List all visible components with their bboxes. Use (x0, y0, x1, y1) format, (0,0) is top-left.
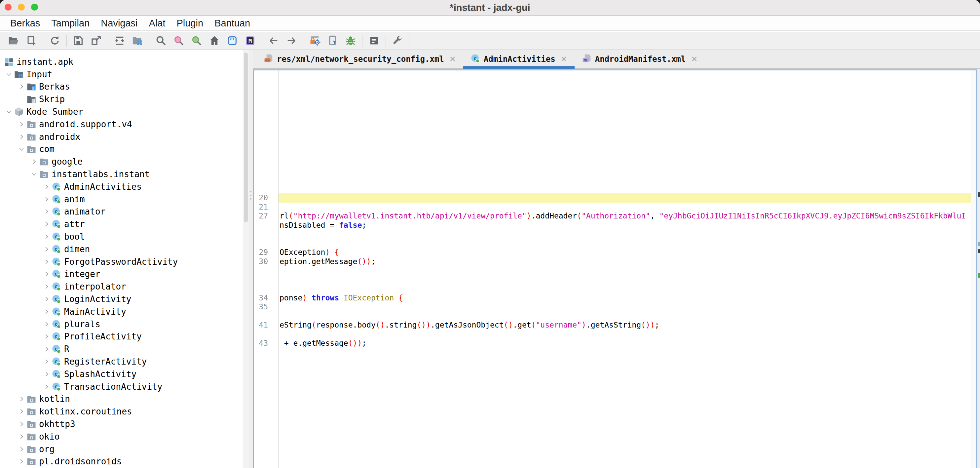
expander-closed-icon[interactable] (16, 119, 26, 129)
tree-item-berkas[interactable]: Berkas (0, 81, 243, 93)
expander-closed-icon[interactable] (16, 457, 26, 466)
menu-plugin[interactable]: Plugin (171, 16, 209, 31)
stripe-mark[interactable] (978, 273, 980, 278)
stripe-mark[interactable] (978, 249, 980, 253)
back-icon[interactable] (268, 35, 279, 46)
expander-closed-icon[interactable] (41, 369, 51, 379)
tree-item-androidx[interactable]: androidx (0, 131, 243, 143)
expander-closed-icon[interactable] (16, 444, 26, 454)
forward-icon[interactable] (286, 35, 297, 46)
menu-navigasi[interactable]: Navigasi (95, 16, 143, 31)
expander-closed-icon[interactable] (41, 232, 51, 242)
expander-closed-icon[interactable] (41, 282, 51, 291)
tree-item-loginactivity[interactable]: cLoginActivity (0, 293, 243, 306)
tree-item-attr[interactable]: cattr (0, 218, 243, 230)
tab-res-xml-network-security-config-xml[interactable]: <>res/xml/network_security_config.xml✕ (256, 50, 463, 68)
tree-item-kotlin[interactable]: kotlin (0, 393, 243, 406)
tree-item-instantlabs-instant[interactable]: instantlabs.instant (0, 168, 243, 180)
expander-closed-icon[interactable] (29, 157, 39, 167)
tree-item-splashactivity[interactable]: cSplashActivity (0, 368, 243, 380)
tree-item-transactionactivity[interactable]: cTransactionActivity (0, 380, 243, 393)
code-editor[interactable]: 202127293034354143 rl("http://mywalletv1… (253, 69, 977, 468)
tree-item-bool[interactable]: cbool (0, 230, 243, 243)
expander-closed-icon[interactable] (16, 431, 26, 442)
tree-item-mainactivity[interactable]: cMainActivity (0, 306, 243, 318)
expander-closed-icon[interactable] (16, 82, 26, 92)
tab-close-icon[interactable]: ✕ (691, 54, 697, 64)
expander-closed-icon[interactable] (16, 419, 26, 429)
tree-item-google[interactable]: google (0, 155, 243, 168)
reload-icon[interactable] (49, 35, 60, 46)
home-icon[interactable] (209, 35, 220, 46)
tree-item-okhttp3[interactable]: okhttp3 (0, 418, 243, 430)
tree-item-interpolator[interactable]: cinterpolator (0, 280, 243, 293)
tree-item-kode-sumber[interactable]: Kode Sumber (0, 105, 243, 118)
panel-splitter[interactable] (249, 50, 253, 468)
expander-open-icon[interactable] (29, 169, 39, 179)
tree-item-integer[interactable]: cinteger (0, 268, 243, 280)
tree-item-r[interactable]: cR (0, 343, 243, 355)
tree-scrollbar[interactable] (243, 50, 249, 468)
tab-adminactivities[interactable]: cAdminActivities✕ (463, 50, 574, 68)
expander-closed-icon[interactable] (41, 382, 51, 392)
packages-tree-icon[interactable] (132, 35, 143, 46)
preferences-icon[interactable] (392, 35, 403, 46)
flatten-packages-icon[interactable] (114, 35, 125, 46)
tab-close-icon[interactable]: ✕ (449, 54, 456, 64)
expander-closed-icon[interactable] (41, 294, 51, 304)
tree-item-plurals[interactable]: cplurals (0, 318, 243, 331)
expander-closed-icon[interactable] (41, 194, 51, 204)
expander-closed-icon[interactable] (16, 406, 26, 416)
comment-search-icon[interactable] (191, 35, 202, 46)
device-icon[interactable] (327, 35, 338, 46)
expander-closed-icon[interactable] (41, 244, 51, 254)
tree-item-profileactivity[interactable]: cProfileActivity (0, 331, 243, 343)
debugger-icon[interactable] (345, 35, 356, 46)
expander-closed-icon[interactable] (41, 357, 51, 366)
tree-item-instant-apk[interactable]: instant.apk (0, 56, 243, 68)
expander-closed-icon[interactable] (16, 394, 26, 404)
expander-closed-icon[interactable] (41, 257, 51, 267)
expander-closed-icon[interactable] (41, 307, 51, 317)
tree-item-android-support-v4[interactable]: android.support.v4 (0, 118, 243, 131)
tab-androidmanifest-xml[interactable]: MFAndroidManifest.xml✕ (574, 50, 705, 68)
expander-closed-icon[interactable] (41, 331, 51, 341)
menu-tampilan[interactable]: Tampilan (46, 16, 95, 31)
text-search-icon[interactable] (155, 35, 167, 46)
tree-item-dimen[interactable]: cdimen (0, 243, 243, 255)
tree-item-okio[interactable]: okio (0, 430, 243, 443)
tree-item-skrip[interactable]: Skrip (0, 93, 243, 105)
deobfuscation-icon[interactable] (309, 35, 320, 46)
expander-closed-icon[interactable] (41, 269, 51, 279)
expander-closed-icon[interactable] (41, 182, 51, 192)
expander-closed-icon[interactable] (41, 344, 51, 354)
tree-item-adminactivities[interactable]: cAdminActivities (0, 180, 243, 193)
add-files-icon[interactable] (26, 35, 37, 46)
class-search-icon[interactable] (173, 35, 185, 46)
tree-item-input[interactable]: Input (0, 68, 243, 81)
tree-scrollbar-thumb[interactable] (244, 53, 248, 223)
tree-item-org[interactable]: org (0, 443, 243, 455)
menu-bantuan[interactable]: Bantuan (209, 16, 256, 31)
menu-berkas[interactable]: Berkas (5, 16, 46, 31)
save-all-icon[interactable] (73, 35, 84, 46)
stripe-mark[interactable] (978, 193, 980, 197)
tree-item-com[interactable]: com (0, 143, 243, 156)
main-class-icon[interactable]: M (245, 35, 256, 46)
open-file-icon[interactable] (8, 35, 19, 46)
expander-closed-icon[interactable] (41, 219, 51, 229)
tree-item-forgotpasswordactivity[interactable]: cForgotPasswordActivity (0, 255, 243, 268)
tree-item-kotlinx-coroutines[interactable]: kotlinx.coroutines (0, 405, 243, 418)
expander-open-icon[interactable] (4, 107, 14, 117)
tab-close-icon[interactable]: ✕ (561, 54, 567, 64)
expander-open-icon[interactable] (4, 69, 14, 79)
decompile-box-icon[interactable] (227, 35, 238, 46)
tree-item-animator[interactable]: canimator (0, 205, 243, 218)
expander-open-icon[interactable] (16, 144, 26, 154)
tree-item-registeractivity[interactable]: cRegisterActivity (0, 355, 243, 368)
stripe-mark[interactable] (978, 242, 980, 246)
expander-closed-icon[interactable] (16, 132, 26, 142)
tree-item-pl-droidsonroids[interactable]: pl.droidsonroids (0, 455, 243, 468)
menu-alat[interactable]: Alat (143, 16, 171, 31)
log-viewer-icon[interactable] (368, 35, 380, 46)
